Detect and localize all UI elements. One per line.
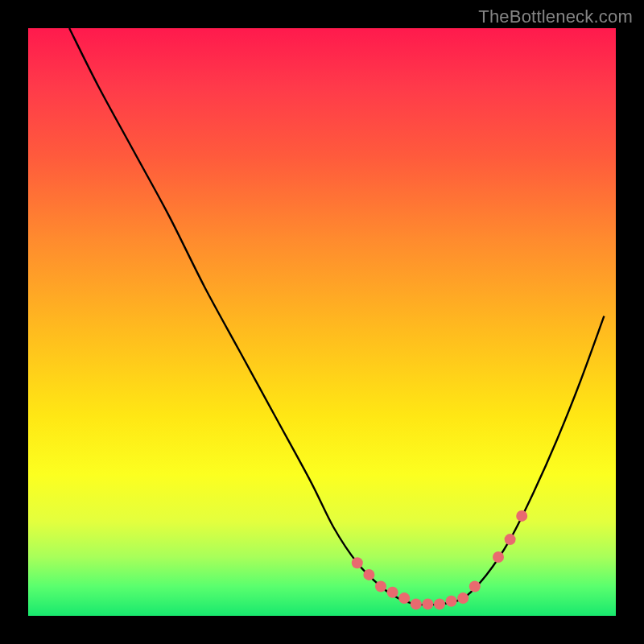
marker-dot	[363, 569, 374, 580]
marker-dot	[469, 581, 481, 592]
marker-dot	[398, 592, 410, 604]
marker-dot	[422, 598, 433, 609]
marker-dots	[352, 510, 527, 610]
marker-dot	[516, 510, 527, 522]
marker-dot	[457, 592, 469, 604]
marker-dot	[375, 581, 386, 592]
plot-area	[28, 28, 616, 616]
marker-dot	[493, 551, 504, 563]
marker-dot	[352, 557, 363, 568]
chart-stage: TheBottleneck.com	[0, 0, 644, 644]
marker-dot	[505, 534, 516, 545]
watermark-text: TheBottleneck.com	[478, 6, 633, 27]
chart-svg	[28, 28, 616, 616]
marker-dot	[446, 596, 457, 607]
marker-dot	[411, 598, 422, 609]
marker-dot	[387, 587, 398, 598]
marker-dot	[434, 598, 445, 609]
